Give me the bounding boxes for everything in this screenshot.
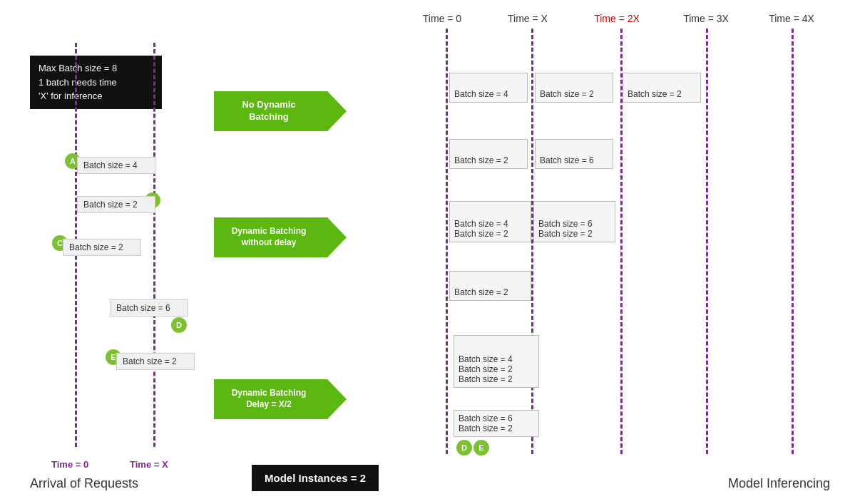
batch-C-arrival: Batch size = 2 [63,239,141,256]
info-line2: 1 batch needs time [39,76,153,90]
nd-batch-A: Batch size = 4 [454,89,523,99]
info-box: Max Batch size = 8 1 batch needs time 'X… [30,56,162,109]
arrow-dynamic-delay: Dynamic BatchingDelay = X/2 [214,379,328,419]
dnd-batch-DE2: Batch size = 2 [538,229,610,239]
arrival-time-x: Time = X [130,459,168,470]
dnd-batch-AC1: Batch size = 4 [454,219,526,229]
dd-batch-2: Batch size = 2 [459,364,534,374]
nd-batch-D: Batch size = 6 [540,155,608,165]
batch-A-arrival: Batch size = 4 [77,157,155,174]
dd-batch-1: Batch size = 4 [459,354,534,364]
info-line1: Max Batch size = 8 [39,61,153,76]
arrow-no-dynamic: No DynamicBatching [214,91,328,131]
dd-batch-3: Batch size = 2 [459,374,534,384]
arrival-time-0: Time = 0 [51,459,88,470]
time-label-3x: Time = 3X [663,13,749,24]
dd-batch-DE2: Batch size = 2 [459,423,534,433]
dnd-batch-AC2: Batch size = 2 [454,229,526,239]
dnd-batch-DE1: Batch size = 6 [538,219,610,229]
nd-batch-E: Batch size = 2 [628,89,696,99]
time-label-0: Time = 0 [399,13,485,24]
arrow-dynamic-no-delay: Dynamic Batchingwithout delay [214,217,328,257]
nd-batch-B: Batch size = 2 [540,89,608,99]
arrow-no-dynamic-label: No DynamicBatching [242,99,295,123]
dd-circle-D: D [456,440,472,456]
nd-batch-C: Batch size = 2 [454,155,523,165]
arrow-dynamic-no-delay-label: Dynamic Batchingwithout delay [232,226,307,248]
arrival-dashed-line-x [153,43,155,447]
arrival-section-label: Arrival of Requests [30,476,138,491]
circle-D-arrival: D [171,317,187,333]
batch-D-label-arrival: Batch size = 6 [110,299,188,317]
arrow-dynamic-delay-label: Dynamic BatchingDelay = X/2 [232,388,307,410]
dd-batch-DE1: Batch size = 6 [459,413,534,423]
diagram-container: Time = 0 Time = X Time = 2X Time = 3X Ti… [0,0,860,504]
time-label-4x: Time = 4X [749,13,834,24]
inferencing-section-label: Model Inferencing [728,476,830,491]
right-dashed-4x [792,29,794,454]
info-line3: 'X' for inference [39,89,153,103]
batch-B-arrival: Batch size = 2 [77,196,155,213]
right-dashed-3x [706,29,708,454]
right-dashed-0 [446,29,448,454]
dd-circle-E: E [473,440,489,456]
time-label-x: Time = X [485,13,570,24]
model-instances-box: Model Instances = 2 [252,465,379,491]
dnd-batch-B: Batch size = 2 [454,287,526,297]
time-label-2x: Time = 2X [570,13,663,24]
batch-E-arrival: Batch size = 2 [116,353,195,370]
